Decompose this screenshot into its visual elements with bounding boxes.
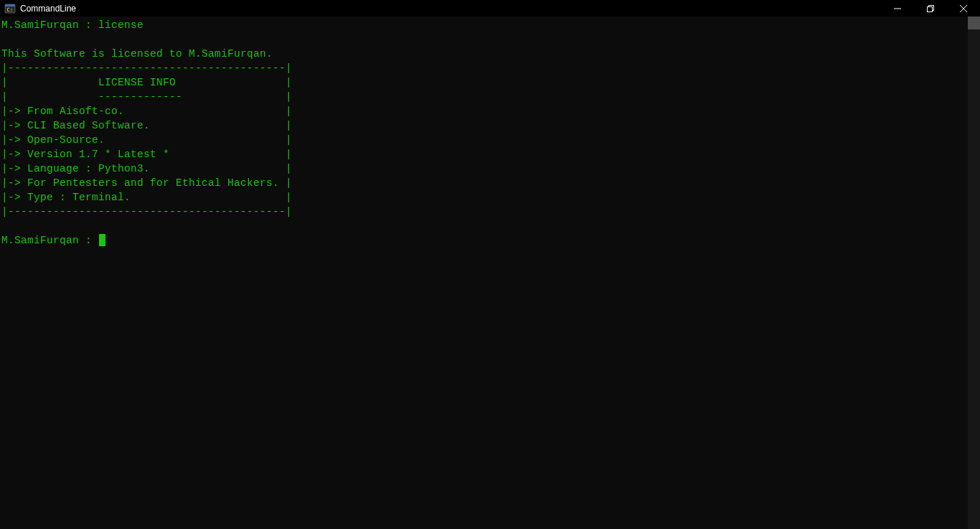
box-separator: | ------------- | (1, 91, 292, 103)
terminal-output: M.SamiFurqan : license This Software is … (0, 17, 980, 248)
app-icon: C: (4, 3, 16, 14)
vertical-scrollbar[interactable] (968, 17, 980, 529)
box-line-type: |-> Type : Terminal. | (1, 192, 292, 203)
box-border-top: |---------------------------------------… (1, 62, 292, 74)
window-titlebar: C: CommandLine (0, 0, 980, 17)
box-line-from: |-> From Aisoft-co. | (1, 106, 292, 117)
prompt-line-1: M.SamiFurqan : license (1, 19, 143, 31)
close-icon (960, 5, 967, 12)
box-line-opensource: |-> Open-Source. | (1, 134, 292, 146)
minimize-icon (894, 5, 901, 12)
license-to-line: This Software is licensed to M.SamiFurqa… (1, 48, 273, 60)
scrollbar-thumb[interactable] (968, 17, 980, 29)
box-line-cli: |-> CLI Based Software. | (1, 120, 292, 131)
cursor (99, 234, 105, 246)
prompt-line-2: M.SamiFurqan : (1, 235, 98, 246)
svg-rect-4 (928, 6, 933, 11)
box-line-audience: |-> For Pentesters and for Ethical Hacke… (1, 177, 292, 189)
box-header: | LICENSE INFO | (1, 77, 292, 88)
box-border-bottom: |---------------------------------------… (1, 206, 292, 217)
window-title: CommandLine (20, 4, 76, 14)
maximize-icon (927, 5, 934, 12)
terminal-area[interactable]: M.SamiFurqan : license This Software is … (0, 17, 980, 529)
maximize-button[interactable] (914, 0, 947, 17)
svg-text:C:: C: (7, 6, 13, 12)
box-line-language: |-> Language : Python3. | (1, 163, 292, 174)
box-line-version: |-> Version 1.7 * Latest * | (1, 149, 292, 160)
window-controls (881, 0, 980, 17)
minimize-button[interactable] (881, 0, 914, 17)
close-button[interactable] (947, 0, 980, 17)
